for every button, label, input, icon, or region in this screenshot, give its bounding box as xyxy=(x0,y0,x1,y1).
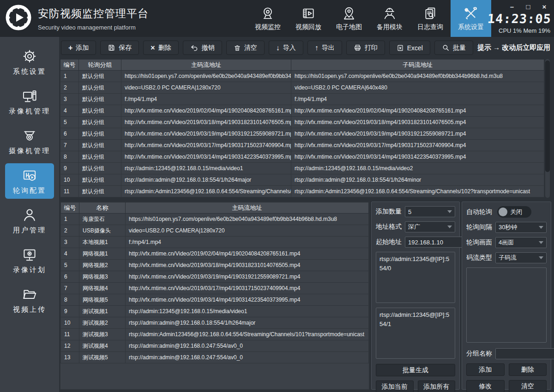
table-row[interactable]: 9测试视频1rtsp://admin:12345@192.168.0.15/me… xyxy=(61,306,369,317)
clear-group-button[interactable]: 清空 xyxy=(509,380,547,392)
table-row[interactable]: 4默认分组http://vfx.mtime.cn/Video/2019/02/0… xyxy=(60,105,544,117)
nav-item-4[interactable]: 备用模块 xyxy=(369,0,410,37)
sub-template-textarea[interactable] xyxy=(376,308,455,359)
table-cell: 7 xyxy=(61,283,79,294)
table-row[interactable]: 5默认分组http://vfx.mtime.cn/Video/2019/03/1… xyxy=(60,117,544,128)
nav-item-6[interactable]: 系统设置 xyxy=(451,0,491,37)
toolbar-button-label: 删除 xyxy=(158,44,171,52)
table-cell: rtsp://admin:Admin123456@192.168.0.64:55… xyxy=(121,186,291,197)
table-row[interactable]: 13测试视频5rtsp://admin:admin@192.168.0.247:… xyxy=(61,352,369,363)
interval-select[interactable]: 30秒钟 xyxy=(495,222,547,233)
table-cell: rtsp://admin:Admin123456@192.168.0.64:55… xyxy=(291,186,544,197)
toolbar-button-8[interactable]: 打印 xyxy=(346,41,385,55)
table-row[interactable]: 2默认分组video=USB2.0 PC CAMERA|1280x720vide… xyxy=(60,82,544,94)
group-name-input[interactable] xyxy=(495,348,554,359)
table-row[interactable]: 5网络视频2http://vfx.mtime.cn/Video/2019/03/… xyxy=(61,260,369,271)
modify-group-button[interactable]: 修改 xyxy=(466,380,505,392)
table-row[interactable]: 6默认分组http://vfx.mtime.cn/Video/2019/03/1… xyxy=(60,128,544,140)
screens-select[interactable]: 4画面 xyxy=(495,237,547,248)
auto-poll-toggle[interactable]: 关闭 xyxy=(497,206,531,218)
sidebar-item-5[interactable]: 用户管理 xyxy=(5,203,54,238)
toolbar-button-2[interactable]: 保存 xyxy=(100,41,139,55)
toolbar-button-6[interactable]: ↓导入 xyxy=(269,41,303,55)
table-row[interactable]: 1默认分组https://hls01open.ys7.com/openlive/… xyxy=(60,71,544,82)
chevron-down-icon xyxy=(539,226,543,229)
table-row[interactable]: 3本地视频1f:/mp4/1.mp4 xyxy=(61,237,369,248)
table-cell: 2 xyxy=(61,225,79,237)
table-row[interactable]: 3默认分组f:/mp4/1.mp4f:/mp4/1.mp4 xyxy=(60,94,544,105)
nav-item-label: 视频监控 xyxy=(255,23,281,31)
table-row[interactable]: 10默认分组rtsp://admin:admin@192.168.0.18:55… xyxy=(60,174,544,186)
sidebar-item-label: 轮询配置 xyxy=(13,186,46,195)
interval-label: 轮询间隔 xyxy=(466,223,492,232)
table-cell: 默认分组 xyxy=(79,71,121,82)
table-row[interactable]: 6网络视频3http://vfx.mtime.cn/Video/2019/03/… xyxy=(61,271,369,283)
delete-group-button[interactable]: 删除 xyxy=(509,363,547,376)
table-cell: 11 xyxy=(61,329,79,340)
table-cell: f:/mp4/1.mp4 xyxy=(126,237,369,248)
table-cell: 默认分组 xyxy=(79,105,121,117)
table-row[interactable]: 8默认分组http://vfx.mtime.cn/Video/2019/03/1… xyxy=(60,151,544,163)
add-current-button[interactable]: 添加当前 xyxy=(376,380,414,392)
nav-item-5[interactable]: 日志查询 xyxy=(410,0,451,37)
poll-table-scrollbar[interactable] xyxy=(545,59,550,198)
table-row[interactable]: 12测试视频4rtsp://admin:admin@192.168.0.247:… xyxy=(61,340,369,352)
table-row[interactable]: 4网络视频1http://vfx.mtime.cn/Video/2019/02/… xyxy=(61,248,369,260)
user-icon xyxy=(22,207,37,223)
add-count-select[interactable]: 5 xyxy=(405,206,455,217)
close-button[interactable]: × xyxy=(540,3,548,11)
sidebar-item-3[interactable]: 摄像机管理 xyxy=(5,124,54,159)
toolbar-button-9[interactable]: Excel xyxy=(389,41,430,55)
table-cell: 9 xyxy=(60,163,79,174)
table-row[interactable]: 2USB摄像头video=USB2.0 PC CAMERA|1280x720 xyxy=(61,225,369,237)
print-icon xyxy=(354,44,361,52)
column-header: 子码流地址 xyxy=(291,59,544,71)
table-row[interactable]: 10测试视频2rtsp://admin:admin@192.168.0.18:5… xyxy=(61,317,369,329)
group-notes-textarea[interactable] xyxy=(466,267,547,343)
column-header: 名称 xyxy=(79,202,126,214)
table-cell: 3 xyxy=(61,237,79,248)
batch-icon xyxy=(442,44,450,52)
sidebar-item-4[interactable]: 轮询配置 xyxy=(5,163,54,199)
nav-item-3[interactable]: 电子地图 xyxy=(329,0,369,37)
table-row[interactable]: 8网络视频5http://vfx.mtime.cn/Video/2019/03/… xyxy=(61,294,369,306)
table-row[interactable]: 1海康萤石https://hls01open.ys7.com/openlive/… xyxy=(61,214,369,225)
batch-generate-button[interactable]: 批量生成 xyxy=(376,364,455,376)
main-template-textarea[interactable] xyxy=(376,252,455,303)
table-row[interactable]: 7网络视频4http://vfx.mtime.cn/Video/2019/03/… xyxy=(61,283,369,294)
toolbar-button-10[interactable]: 批量 xyxy=(434,41,473,55)
toolbar-button-3[interactable]: ×删除 xyxy=(143,41,178,55)
sidebar-item-7[interactable]: 视频上传 xyxy=(5,282,54,318)
nav-item-2[interactable]: 视频回放 xyxy=(288,0,329,37)
table-cell: 测试视频4 xyxy=(79,340,126,352)
toolbar-button-7[interactable]: ↑导出 xyxy=(307,41,342,55)
toolbar-button-5[interactable]: 清空 xyxy=(226,41,265,55)
undo-icon xyxy=(190,44,199,52)
table-cell: 网络视频4 xyxy=(79,283,126,294)
group-name-field: 分组名称 xyxy=(466,348,547,359)
sidebar-item-label: 视频上传 xyxy=(13,305,46,314)
scrollbar-thumb[interactable] xyxy=(545,60,550,172)
table-cell: 网络视频5 xyxy=(79,294,126,306)
table-row[interactable]: 11测试视频3rtsp://admin:Admin123456@192.168.… xyxy=(61,329,369,340)
worker-icon xyxy=(382,6,397,21)
sidebar-item-2[interactable]: 录像机管理 xyxy=(5,84,54,119)
add-all-button[interactable]: 添加所有 xyxy=(418,380,456,392)
toolbar-button-4[interactable]: 撤销 xyxy=(183,41,222,55)
table-cell: video=USB2.0 PC CAMERA|1280x720 xyxy=(121,82,291,94)
table-row[interactable]: 11默认分组rtsp://admin:Admin123456@192.168.0… xyxy=(60,186,544,197)
table-cell: 4 xyxy=(61,248,79,260)
sidebar-item-1[interactable]: 系统设置 xyxy=(5,44,54,80)
table-cell: 测试视频3 xyxy=(79,329,126,340)
add-group-button[interactable]: 添加 xyxy=(466,363,505,376)
sidebar-item-6[interactable]: 录像计划 xyxy=(5,243,54,278)
stream-type-select[interactable]: 子码流 xyxy=(495,252,547,263)
toolbar-button-1[interactable]: +添加 xyxy=(61,41,96,55)
table-row[interactable]: 7默认分组http://vfx.mtime.cn/Video/2019/03/1… xyxy=(60,140,544,151)
maximize-button[interactable]: □ xyxy=(524,3,532,11)
nav-item-1[interactable]: 视频监控 xyxy=(247,0,288,37)
minimize-button[interactable]: – xyxy=(508,3,516,11)
hd-play-icon xyxy=(22,167,37,183)
table-row[interactable]: 9默认分组rtsp://admin:12345@192.168.0.15/med… xyxy=(60,163,544,174)
addr-format-select[interactable]: 深广 xyxy=(405,221,455,232)
